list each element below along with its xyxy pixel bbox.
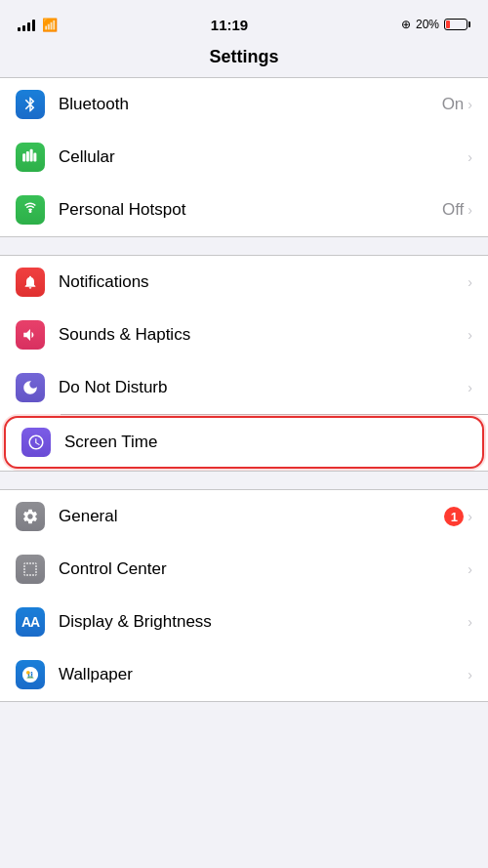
general-icon [16, 502, 45, 531]
page-title: Settings [0, 43, 488, 77]
display-icon: AA [16, 607, 45, 637]
hotspot-status: Off [442, 200, 464, 220]
donotdisturb-chevron: › [468, 380, 472, 395]
general-badge: 1 [444, 507, 464, 526]
display-label: Display & Brightness [59, 612, 212, 632]
wifi-icon: 📶 [42, 18, 58, 32]
wallpaper-label: Wallpaper [59, 665, 133, 684]
row-general[interactable]: General 1 › [0, 490, 488, 543]
row-cellular[interactable]: Cellular › [0, 131, 488, 184]
battery-icon [444, 19, 470, 30]
notifications-label: Notifications [59, 272, 149, 292]
section-notifications: Notifications › Sounds & Haptics › Do No… [0, 255, 488, 472]
row-donotdisturb[interactable]: Do Not Disturb › [0, 361, 488, 414]
sounds-icon [16, 320, 45, 350]
hotspot-right: Off › [442, 200, 472, 220]
row-hotspot[interactable]: Personal Hotspot Off › [0, 184, 488, 236]
controlcenter-right: › [468, 561, 472, 577]
controlcenter-chevron: › [468, 561, 472, 577]
row-notifications[interactable]: Notifications › [0, 256, 488, 309]
cellular-label: Cellular [59, 147, 115, 167]
status-bar: 📶 11:19 ⊕ 20% [0, 0, 488, 43]
section-connectivity: Bluetooth On › Cellular › Personal H [0, 77, 488, 237]
hotspot-chevron: › [468, 202, 472, 218]
screentime-label: Screen Time [64, 433, 157, 452]
donotdisturb-icon [16, 373, 45, 402]
cellular-content: Cellular › [59, 147, 472, 167]
status-left: 📶 [18, 18, 58, 32]
row-controlcenter[interactable]: Control Center › [0, 543, 488, 596]
sounds-right: › [468, 327, 472, 343]
wallpaper-icon [16, 660, 45, 689]
bluetooth-content: Bluetooth On › [59, 95, 472, 114]
wallpaper-content: Wallpaper › [59, 665, 472, 684]
sounds-chevron: › [468, 327, 472, 343]
donotdisturb-label: Do Not Disturb [59, 378, 167, 397]
cellular-icon [16, 143, 45, 172]
hotspot-content: Personal Hotspot Off › [59, 200, 472, 220]
general-label: General [59, 507, 117, 526]
general-right: 1 › [444, 507, 472, 526]
bluetooth-status: On [442, 95, 465, 114]
signal-bars-icon [18, 18, 35, 31]
svg-point-1 [26, 671, 30, 675]
controlcenter-content: Control Center › [59, 559, 472, 579]
notifications-chevron: › [468, 274, 472, 290]
screentime-content: Screen Time [64, 433, 467, 452]
wallpaper-chevron: › [468, 667, 472, 682]
general-content: General 1 › [59, 507, 472, 526]
row-display[interactable]: AA Display & Brightness › [0, 596, 488, 648]
wallpaper-right: › [468, 667, 472, 682]
hotspot-label: Personal Hotspot [59, 200, 185, 220]
notifications-right: › [468, 274, 472, 290]
location-icon: ⊕ [401, 18, 411, 31]
battery-percent: 20% [416, 18, 439, 31]
row-bluetooth[interactable]: Bluetooth On › [0, 78, 488, 131]
bluetooth-label: Bluetooth [59, 95, 129, 114]
notifications-icon [16, 268, 45, 297]
row-sounds[interactable]: Sounds & Haptics › [0, 309, 488, 361]
controlcenter-icon [16, 555, 45, 584]
hotspot-icon [16, 195, 45, 225]
bluetooth-right: On › [442, 95, 472, 114]
display-chevron: › [468, 614, 472, 630]
sounds-label: Sounds & Haptics [59, 325, 190, 345]
general-chevron: › [468, 509, 472, 524]
controlcenter-label: Control Center [59, 559, 167, 579]
row-wallpaper[interactable]: Wallpaper › [0, 648, 488, 701]
cellular-right: › [468, 149, 472, 165]
notifications-content: Notifications › [59, 272, 472, 292]
screentime-icon [21, 428, 51, 457]
section-general: General 1 › Control Center › AA Display … [0, 489, 488, 702]
bluetooth-chevron: › [468, 97, 472, 112]
display-content: Display & Brightness › [59, 612, 472, 632]
status-right: ⊕ 20% [401, 18, 470, 31]
cellular-chevron: › [468, 149, 472, 165]
display-right: › [468, 614, 472, 630]
donotdisturb-right: › [468, 380, 472, 395]
status-time: 11:19 [211, 17, 248, 33]
donotdisturb-content: Do Not Disturb › [59, 378, 472, 397]
row-screentime[interactable]: Screen Time [4, 416, 484, 469]
sounds-content: Sounds & Haptics › [59, 325, 472, 345]
bluetooth-icon [16, 90, 45, 119]
